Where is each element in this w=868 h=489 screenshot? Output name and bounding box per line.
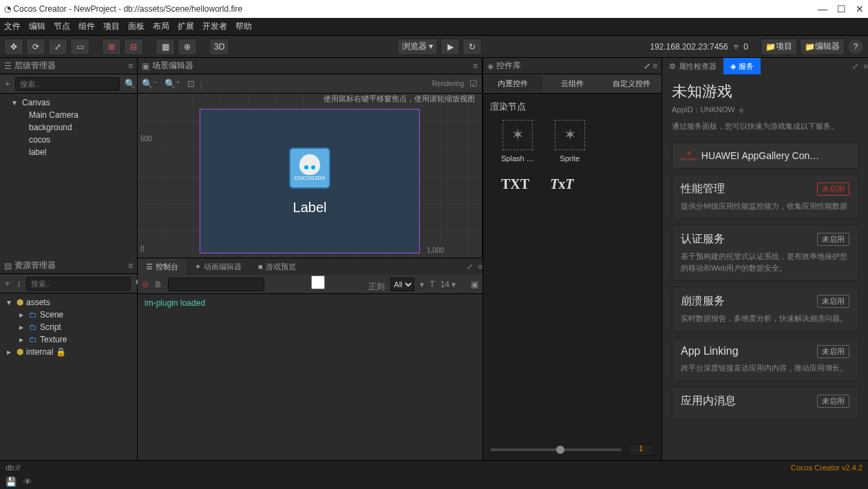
tree-item[interactable]: Main Camera [0,109,137,121]
panel-menu-icon[interactable]: ≡ [473,61,478,71]
scene-canvas[interactable]: 使用鼠标右键平移窗焦点，使用滚轮缩放视图 500 0 0 500 1,000 C… [138,94,482,258]
rendering-toggle[interactable]: ☑ [468,79,479,89]
tab-services[interactable]: ◈ 服务 [723,58,761,74]
font-size[interactable]: 14 ▾ [441,280,456,289]
widgets-panel: ◈ 控件库 ⤢ ≡ 内置控件 云组件 自定义控件 渲染节点 ✶ Splash …… [483,58,661,460]
menu-help[interactable]: 帮助 [235,21,252,32]
menu-project[interactable]: 项目 [103,21,120,32]
tab-custom[interactable]: 自定义控件 [602,76,661,92]
menu-file[interactable]: 文件 [4,21,21,32]
add-asset-icon[interactable]: + [3,278,12,289]
menu-panel[interactable]: 面板 [128,21,145,32]
svc-crash[interactable]: 崩溃服务未启用 实时数据报告，多维度分析，快速解决崩溃问题。 [672,287,858,332]
tab-builtin[interactable]: 内置控件 [483,76,542,92]
tree-item[interactable]: cocos [0,134,137,146]
menu-edit[interactable]: 编辑 [29,21,45,32]
svc-applinking[interactable]: App Linking未启用 跨平台深度链接直达应用内内容，推动应用增长。 [672,337,858,382]
globe-tool-icon[interactable]: ⊕ [178,39,197,55]
refresh-button[interactable]: ↻ [463,39,482,55]
text-size-icon[interactable]: T [430,280,434,289]
log-icon[interactable]: 🗎 [154,280,162,289]
zoom-slider[interactable] [490,448,622,451]
svc-auth[interactable]: 认证服务未启用 基于预构建的托管式认证系统，更有效率地保护您的移动和Web用户的… [672,225,858,281]
assets-search[interactable] [26,277,131,291]
console-filter[interactable] [168,278,264,291]
tree-item[interactable]: background [0,121,137,134]
regex-check[interactable]: 正则 [270,275,385,293]
sort-icon[interactable]: ↕ [15,278,24,289]
expand-icon[interactable]: ⤢ [467,262,473,271]
menu-component[interactable]: 组件 [78,21,95,32]
game-title: 未知游戏 [672,81,858,102]
tab-console[interactable]: ☰ 控制台 [138,258,187,275]
anchor-tool-icon[interactable]: ⊞ [102,39,121,55]
badge-not-enabled-hot: 未启用 [817,183,849,196]
3d-toggle[interactable]: 3D [209,39,229,55]
services-panel: ⚙ 属性检查器 ◈ 服务 ⤢≡ 未知游戏 AppID：UNKNOW ≡ 通过服务… [661,58,868,460]
zoom-fit-icon[interactable]: ⊡ [186,79,196,89]
widget-splash[interactable]: ✶ Splash … [501,120,534,163]
menu-developer[interactable]: 开发者 [202,21,227,32]
editor-button[interactable]: 📁 编辑器 [800,39,845,55]
expand-icon[interactable]: ⤢ [644,61,650,71]
add-node-icon[interactable]: + [3,79,12,89]
search-icon[interactable]: 🔍 [123,79,138,89]
panel-menu-icon[interactable]: ≡ [128,61,133,71]
tab-animation[interactable]: ✦ 动画编辑器 [187,258,250,275]
tree-item[interactable]: ▾⬢ assets [0,296,137,309]
widget-sprite[interactable]: ✶ Sprite [555,120,585,163]
rect-tool-icon[interactable]: ▭ [70,39,89,55]
scale-tool-icon[interactable]: ⤢ [48,39,67,55]
menu-layout[interactable]: 布局 [153,21,169,32]
svc-huawei-card[interactable]: ✳HUAWEI HUAWEI AppGallery Con… [672,143,858,169]
expand-icon[interactable]: ⤢ [852,62,858,71]
collapse-icon[interactable]: ▣ [471,280,478,289]
maximize-icon[interactable]: ☐ [837,3,846,14]
filter-select[interactable]: All [390,278,414,291]
tab-inspector[interactable]: ⚙ 属性检查器 [662,58,723,74]
align-tool-icon[interactable]: ▦ [156,39,175,55]
panel-menu-icon[interactable]: ≡ [864,62,868,71]
zoom-out-icon[interactable]: 🔍⁻ [140,79,159,89]
menu-node[interactable]: 节点 [54,21,70,32]
tree-item[interactable]: ▸🗀 Script [0,321,137,333]
project-button[interactable]: 📁 项目 [761,39,797,55]
scene-label: Label [293,200,327,216]
panel-menu-icon[interactable]: ≡ [653,61,657,71]
tree-item[interactable]: ▸⬢ internal 🔒 [0,346,137,358]
widget-txt[interactable]: TXT [501,176,529,192]
widgets-title: 控件库 [496,60,521,72]
panel-menu-icon[interactable]: ≡ [128,261,133,271]
close-icon[interactable]: ✕ [856,3,864,14]
rotate-tool-icon[interactable]: ⟳ [26,39,45,55]
hierarchy-search[interactable] [15,77,120,91]
svc-inappmsg[interactable]: 应用内消息未启用 [672,386,858,420]
svc-perf[interactable]: 性能管理未启用 提供分钟级应用性能监控能力，收集应用性能数据 [672,174,858,220]
menu-icon[interactable]: ≡ [739,106,743,114]
scene-panel: ▣ 场景编辑器 ≡ 🔍⁻ 🔍⁺ ⊡ | Rendering ☑ 使用鼠标右键平移… [138,58,483,258]
tree-item[interactable]: ▸🗀 Scene [0,309,137,321]
clear-icon[interactable]: ⊘ [142,280,149,289]
help-button[interactable]: ? [847,39,864,55]
play-button[interactable]: ▶ [441,39,460,55]
tree-item[interactable]: label [0,146,137,158]
app-icon: ◔ [4,4,11,14]
preview-dropdown[interactable]: 浏览器 ▾ [397,39,438,55]
title-bar: ◔ Cocos Creator - NewProject - db://asse… [0,0,868,18]
app-id: AppID：UNKNOW ≡ [672,105,858,115]
tab-cloud[interactable]: 云组件 [542,76,602,92]
move-tool-icon[interactable]: ✥ [4,39,23,55]
pivot-tool-icon[interactable]: ⊟ [124,39,143,55]
log-line: im-plugin loaded [145,298,476,308]
menu-extension[interactable]: 扩展 [178,21,194,32]
zoom-in-icon[interactable]: 🔍⁺ [163,79,182,89]
game-view[interactable]: COCOS2DX Label [200,109,420,253]
assets-icon: ▤ [4,261,12,271]
tree-item[interactable]: ▸🗀 Texture [0,333,137,346]
minimize-icon[interactable]: — [818,3,827,14]
db-path: db:// [6,464,20,472]
chevron-down-icon[interactable]: ▾ [420,280,424,289]
tree-item[interactable]: ▾Canvas [0,96,137,109]
tab-preview[interactable]: ■ 游戏预览 [250,258,304,275]
widget-richtxt[interactable]: TxT [550,176,573,192]
